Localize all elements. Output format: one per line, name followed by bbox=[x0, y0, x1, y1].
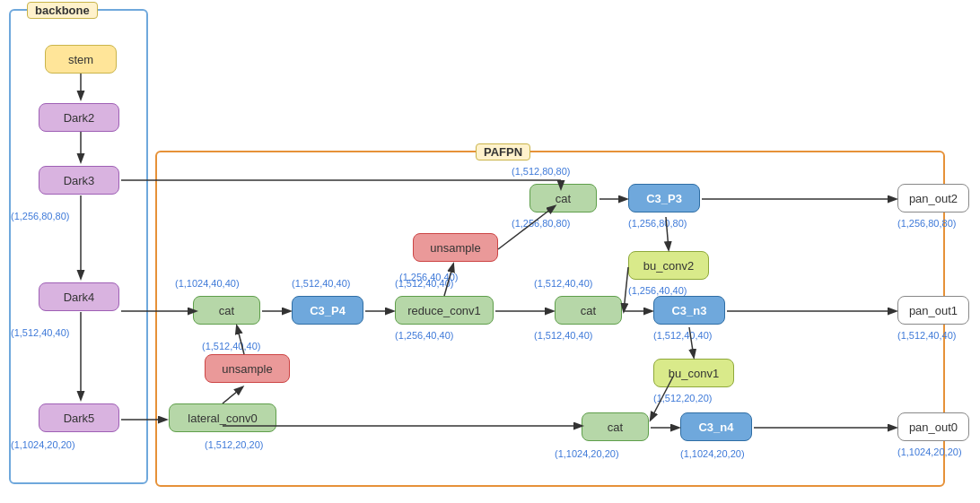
dim-pan-out1: (1,512,40,40) bbox=[897, 330, 956, 341]
node-c3n3: C3_n3 bbox=[653, 296, 725, 325]
node-pan-out2: pan_out2 bbox=[897, 184, 969, 212]
dim-cat-top-in: (1,512,80,80) bbox=[512, 166, 570, 177]
diagram-container: backbone PAFPN stem Dark2 Dark3 (1,256,8… bbox=[0, 0, 980, 503]
node-cat-mid: cat bbox=[555, 296, 622, 325]
node-c3p4: C3_P4 bbox=[292, 296, 363, 325]
dim-pan-out2: (1,256,80,80) bbox=[897, 218, 956, 229]
node-unsample-top: unsample bbox=[413, 233, 498, 262]
node-bu-conv1: bu_conv1 bbox=[653, 359, 734, 387]
node-c3n4: C3_n4 bbox=[680, 412, 752, 441]
node-cat-left: cat bbox=[193, 296, 260, 325]
node-pan-out1: pan_out1 bbox=[897, 296, 969, 325]
node-stem: stem bbox=[45, 45, 117, 74]
dim-bu-conv2-out: (1,256,40,40) bbox=[628, 285, 687, 296]
backbone-label: backbone bbox=[27, 2, 98, 19]
pafpn-label: PAFPN bbox=[476, 143, 530, 160]
dim-dark4-out: (1,512,40,40) bbox=[11, 327, 69, 338]
dim-reduce-out: (1,256,40,40) bbox=[395, 330, 453, 341]
node-pan-out0: pan_out0 bbox=[897, 412, 969, 441]
node-cat-bot2: cat bbox=[582, 412, 649, 441]
dim-c3p4-in: (1,512,40,40) bbox=[292, 278, 350, 289]
dim-pan-out0: (1,1024,20,20) bbox=[897, 447, 962, 457]
node-unsample-bottom: unsample bbox=[205, 354, 290, 383]
dim-c3n3-in: (1,512,40,40) bbox=[534, 330, 592, 341]
dim-cat-left-in: (1,1024,40,40) bbox=[175, 278, 240, 289]
node-bu-conv2: bu_conv2 bbox=[628, 251, 709, 280]
dim-c3p3-out: (1,256,80,80) bbox=[628, 218, 687, 229]
dim-lateral-out: (1,512,20,20) bbox=[205, 439, 263, 450]
dim-c3n3-out: (1,512,40,40) bbox=[653, 330, 712, 341]
dim-dark5-out: (1,1024,20,20) bbox=[11, 439, 75, 450]
node-dark2: Dark2 bbox=[39, 103, 119, 132]
node-reduce-conv1: reduce_conv1 bbox=[395, 296, 494, 325]
dim-cat-mid-in: (1,512,40,40) bbox=[534, 278, 592, 289]
dim-bu-conv1-out: (1,512,20,20) bbox=[653, 393, 712, 403]
dim-unsample-top-out: (1,256,40,40) bbox=[399, 272, 458, 282]
node-lateral-conv0: lateral_conv0 bbox=[169, 403, 276, 432]
dim-c3n4-out: (1,1024,20,20) bbox=[680, 448, 745, 459]
node-cat-top: cat bbox=[529, 184, 597, 212]
dim-unsample-label: (1,512,40,40) bbox=[202, 341, 260, 351]
node-dark5: Dark5 bbox=[39, 403, 119, 432]
node-dark3: Dark3 bbox=[39, 166, 119, 195]
node-dark4: Dark4 bbox=[39, 282, 119, 311]
dim-cat-bot-in: (1,1024,20,20) bbox=[555, 448, 619, 459]
dim-dark3-out: (1,256,80,80) bbox=[11, 211, 69, 221]
dim-c3p3-in: (1,256,80,80) bbox=[512, 218, 570, 229]
node-c3p3: C3_P3 bbox=[628, 184, 700, 212]
